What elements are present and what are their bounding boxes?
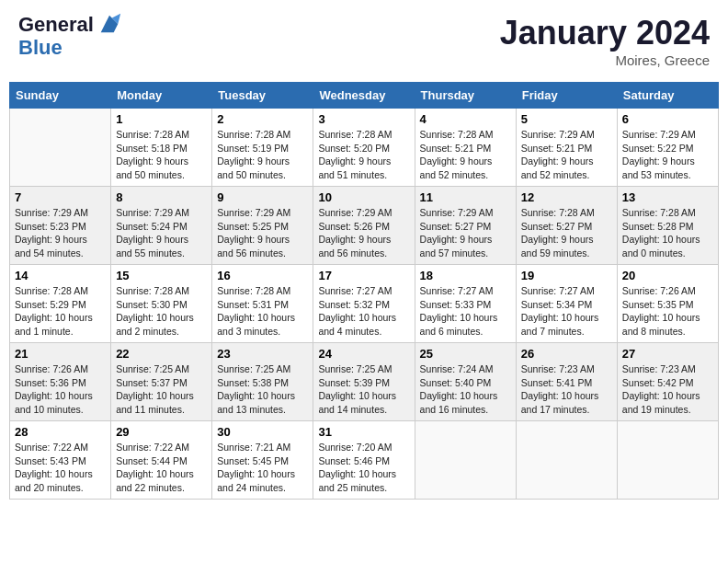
calendar-cell: 2Sunrise: 7:28 AMSunset: 5:19 PMDaylight… [212,109,313,187]
calendar-cell: 1Sunrise: 7:28 AMSunset: 5:18 PMDaylight… [111,109,212,187]
calendar-cell: 27Sunrise: 7:23 AMSunset: 5:42 PMDayligh… [617,343,718,421]
calendar-cell: 31Sunrise: 7:20 AMSunset: 5:46 PMDayligh… [313,421,415,500]
location: Moires, Greece [500,52,710,68]
calendar-cell: 8Sunrise: 7:29 AMSunset: 5:24 PMDaylight… [111,187,212,265]
weekday-header: Wednesday [313,83,415,109]
calendar-cell [617,421,718,500]
day-number: 19 [521,269,612,282]
day-number: 29 [116,425,207,439]
day-number: 7 [15,190,106,204]
day-info: Sunrise: 7:28 AMSunset: 5:31 PMDaylight:… [217,284,308,339]
day-info: Sunrise: 7:29 AMSunset: 5:23 PMDaylight:… [15,206,106,260]
day-number: 9 [217,190,308,204]
day-info: Sunrise: 7:25 AMSunset: 5:39 PMDaylight:… [318,362,409,417]
day-number: 1 [116,112,207,126]
day-info: Sunrise: 7:28 AMSunset: 5:29 PMDaylight:… [15,284,106,339]
calendar-cell: 18Sunrise: 7:27 AMSunset: 5:33 PMDayligh… [415,265,516,343]
day-number: 13 [622,190,713,204]
day-info: Sunrise: 7:29 AMSunset: 5:26 PMDaylight:… [318,206,409,260]
calendar-cell [415,421,516,500]
calendar-cell: 6Sunrise: 7:29 AMSunset: 5:22 PMDaylight… [617,109,718,187]
calendar-cell: 10Sunrise: 7:29 AMSunset: 5:26 PMDayligh… [313,187,415,265]
calendar-week-row: 28Sunrise: 7:22 AMSunset: 5:43 PMDayligh… [10,421,719,500]
calendar-cell: 20Sunrise: 7:26 AMSunset: 5:35 PMDayligh… [617,265,718,343]
calendar-cell: 25Sunrise: 7:24 AMSunset: 5:40 PMDayligh… [415,343,516,421]
day-number: 6 [622,112,713,126]
day-info: Sunrise: 7:21 AMSunset: 5:45 PMDaylight:… [217,441,308,495]
calendar-cell [10,109,111,187]
weekday-header: Saturday [617,83,718,109]
day-number: 31 [318,425,409,439]
day-info: Sunrise: 7:28 AMSunset: 5:30 PMDaylight:… [116,284,207,339]
day-number: 8 [116,190,207,204]
calendar-cell: 22Sunrise: 7:25 AMSunset: 5:37 PMDayligh… [111,343,212,421]
calendar-cell: 4Sunrise: 7:28 AMSunset: 5:21 PMDaylight… [415,109,516,187]
logo-blue: Blue [18,36,63,59]
day-info: Sunrise: 7:23 AMSunset: 5:41 PMDaylight:… [521,362,612,417]
day-info: Sunrise: 7:23 AMSunset: 5:42 PMDaylight:… [622,362,713,417]
day-info: Sunrise: 7:27 AMSunset: 5:34 PMDaylight:… [521,284,612,339]
day-info: Sunrise: 7:26 AMSunset: 5:36 PMDaylight:… [15,362,106,417]
calendar-week-row: 1Sunrise: 7:28 AMSunset: 5:18 PMDaylight… [10,109,719,187]
calendar-cell: 14Sunrise: 7:28 AMSunset: 5:29 PMDayligh… [10,265,111,343]
calendar-cell: 9Sunrise: 7:29 AMSunset: 5:25 PMDaylight… [212,187,313,265]
calendar-table: SundayMondayTuesdayWednesdayThursdayFrid… [9,82,719,500]
day-number: 24 [318,347,409,361]
calendar-cell [516,421,617,500]
day-number: 20 [622,269,713,282]
day-number: 3 [318,112,409,126]
day-info: Sunrise: 7:29 AMSunset: 5:25 PMDaylight:… [217,206,308,260]
day-number: 27 [622,347,713,361]
day-info: Sunrise: 7:28 AMSunset: 5:21 PMDaylight:… [420,128,511,182]
calendar-cell: 26Sunrise: 7:23 AMSunset: 5:41 PMDayligh… [516,343,617,421]
calendar-cell: 21Sunrise: 7:26 AMSunset: 5:36 PMDayligh… [10,343,111,421]
day-info: Sunrise: 7:29 AMSunset: 5:24 PMDaylight:… [116,206,207,260]
weekday-header: Tuesday [212,83,313,109]
calendar-cell: 13Sunrise: 7:28 AMSunset: 5:28 PMDayligh… [617,187,718,265]
day-number: 11 [420,190,511,204]
day-info: Sunrise: 7:29 AMSunset: 5:21 PMDaylight:… [521,128,612,182]
page-header: General Blue January 2024 Moires, Greece [9,9,719,73]
calendar-cell: 5Sunrise: 7:29 AMSunset: 5:21 PMDaylight… [516,109,617,187]
day-number: 12 [521,190,612,204]
calendar-cell: 3Sunrise: 7:28 AMSunset: 5:20 PMDaylight… [313,109,415,187]
day-info: Sunrise: 7:28 AMSunset: 5:19 PMDaylight:… [217,128,308,182]
day-info: Sunrise: 7:27 AMSunset: 5:32 PMDaylight:… [318,284,409,339]
day-info: Sunrise: 7:22 AMSunset: 5:44 PMDaylight:… [116,441,207,495]
calendar-cell: 11Sunrise: 7:29 AMSunset: 5:27 PMDayligh… [415,187,516,265]
day-info: Sunrise: 7:25 AMSunset: 5:37 PMDaylight:… [116,362,207,417]
calendar-week-row: 7Sunrise: 7:29 AMSunset: 5:23 PMDaylight… [10,187,719,265]
title-block: January 2024 Moires, Greece [500,14,710,68]
calendar-cell: 12Sunrise: 7:28 AMSunset: 5:27 PMDayligh… [516,187,617,265]
calendar-cell: 30Sunrise: 7:21 AMSunset: 5:45 PMDayligh… [212,421,313,500]
day-number: 26 [521,347,612,361]
logo-icon [97,11,122,37]
day-number: 30 [217,425,308,439]
day-number: 22 [116,347,207,361]
calendar-cell: 15Sunrise: 7:28 AMSunset: 5:30 PMDayligh… [111,265,212,343]
calendar-week-row: 14Sunrise: 7:28 AMSunset: 5:29 PMDayligh… [10,265,719,343]
day-info: Sunrise: 7:28 AMSunset: 5:28 PMDaylight:… [622,206,713,260]
calendar-week-row: 21Sunrise: 7:26 AMSunset: 5:36 PMDayligh… [10,343,719,421]
calendar-cell: 28Sunrise: 7:22 AMSunset: 5:43 PMDayligh… [10,421,111,500]
day-number: 18 [420,269,511,282]
day-number: 15 [116,269,207,282]
day-info: Sunrise: 7:20 AMSunset: 5:46 PMDaylight:… [318,441,409,495]
day-number: 28 [15,425,106,439]
weekday-header: Monday [111,83,212,109]
month-title: January 2024 [500,14,710,52]
day-info: Sunrise: 7:28 AMSunset: 5:20 PMDaylight:… [318,128,409,182]
day-info: Sunrise: 7:25 AMSunset: 5:38 PMDaylight:… [217,362,308,417]
day-number: 17 [318,269,409,282]
calendar-cell: 24Sunrise: 7:25 AMSunset: 5:39 PMDayligh… [313,343,415,421]
day-info: Sunrise: 7:24 AMSunset: 5:40 PMDaylight:… [420,362,511,417]
logo: General Blue [18,14,122,59]
weekday-header: Sunday [10,83,111,109]
day-info: Sunrise: 7:29 AMSunset: 5:27 PMDaylight:… [420,206,511,260]
calendar-cell: 19Sunrise: 7:27 AMSunset: 5:34 PMDayligh… [516,265,617,343]
day-number: 16 [217,269,308,282]
calendar-cell: 17Sunrise: 7:27 AMSunset: 5:32 PMDayligh… [313,265,415,343]
day-number: 10 [318,190,409,204]
day-number: 14 [15,269,106,282]
logo-text: General Blue [18,14,122,59]
